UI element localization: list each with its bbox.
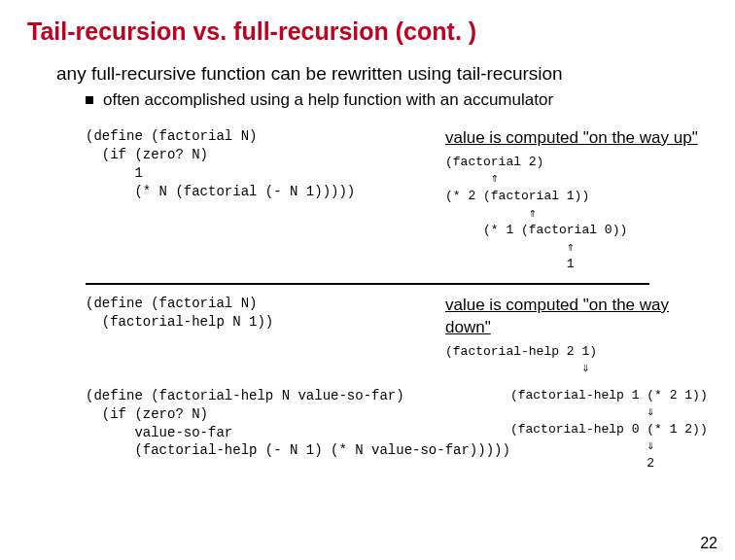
slide-title: Tail-recursion vs. full-recursion (cont.… — [27, 18, 708, 46]
trace-down-a: (factorial-help 2 1) ⇓ — [445, 343, 708, 377]
code-helper: (define (factorial-help N value-so-far) … — [86, 387, 510, 472]
divider — [86, 283, 649, 285]
bullet-icon — [86, 96, 93, 104]
bullet-text: often accomplished using a help function… — [103, 90, 553, 110]
lead-text: any full-recursive function can be rewri… — [56, 63, 708, 85]
bullet-item: often accomplished using a help function… — [86, 90, 708, 110]
page-number: 22 — [700, 535, 718, 552]
heading-up: value is computed "on the way up" — [445, 127, 708, 150]
code-full-recursive: (define (factorial N) (if (zero? N) 1 (*… — [86, 127, 445, 273]
code-wrapper: (define (factorial N) (factorial-help N … — [86, 295, 445, 377]
trace-up: (factorial 2) ⇑ (* 2 (factorial 1)) ⇑ (*… — [445, 154, 708, 273]
trace-down-b: (factorial-help 1 (* 2 1)) ⇓ (factorial-… — [510, 387, 708, 472]
heading-down: value is computed "on the way down" — [445, 295, 708, 339]
